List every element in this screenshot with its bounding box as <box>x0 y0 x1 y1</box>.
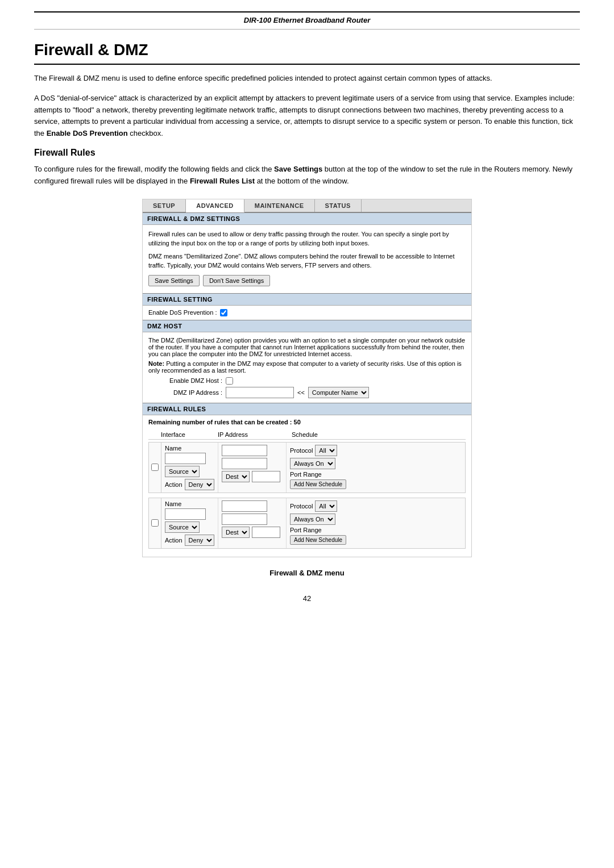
table-row: Name Source Action Deny <box>148 498 466 549</box>
ui-screenshot: Setup Advanced Maintenance Status Firewa… <box>142 199 472 557</box>
rule2-port-range-row: Port Range <box>290 527 462 533</box>
rule2-port-range-label: Port Range <box>290 527 322 533</box>
col-header-interface: Interface <box>161 431 218 438</box>
rule1-dest-select[interactable]: Dest <box>222 471 250 482</box>
rule2-dest-row: Dest <box>222 527 283 540</box>
rules-table-header: Interface IP Address Schedule <box>148 430 466 440</box>
tab-setup[interactable]: Setup <box>143 199 186 212</box>
section4-header: Firewall Rules <box>143 403 471 415</box>
section2-header: Firewall Setting <box>143 293 471 306</box>
page-title: Firewall & DMZ <box>34 41 580 65</box>
rule2-protocol-row: Protocol All <box>290 500 462 512</box>
rule2-schedule-col: Protocol All Always On Port Range <box>287 498 465 548</box>
rule1-port-range-label: Port Range <box>290 471 322 478</box>
rule1-name-label: Name <box>165 445 214 452</box>
rule1-protocol-select[interactable]: All <box>315 445 337 456</box>
rules-count-label: Remaining number of rules that can be cr… <box>148 419 292 425</box>
rule1-dest-ip-input2[interactable] <box>252 471 280 482</box>
tab-advanced[interactable]: Advanced <box>186 199 244 212</box>
rule2-action-row: Action Deny <box>165 535 214 546</box>
section1-body: Firewall rules can be used to allow or d… <box>143 225 471 293</box>
rule1-dest-row: Dest <box>222 471 283 484</box>
dmz-ip-label: DMZ IP Address : <box>160 389 222 396</box>
rule2-dest-ip-input2[interactable] <box>252 527 280 538</box>
dmz-section-body: The DMZ (Demilitarized Zone) option prov… <box>143 332 471 403</box>
dont-save-settings-button[interactable]: Don't Save Settings <box>203 275 270 286</box>
rule2-protocol-label: Protocol <box>290 503 313 510</box>
rule2-source-row: Source <box>165 521 214 533</box>
dmz-computer-name-select[interactable]: Computer Name <box>308 387 369 398</box>
table-row: Name Source Action Deny <box>148 442 466 493</box>
rule1-name-input[interactable] <box>165 453 206 464</box>
rule2-action-label: Action <box>165 537 182 544</box>
dmz-ip-row: DMZ IP Address : << Computer Name <box>160 387 466 398</box>
rule2-add-schedule-button[interactable]: Add New Schedule <box>290 535 346 545</box>
section1-header: Firewall & DMZ Settings <box>143 212 471 225</box>
rule2-dest-ip-input[interactable] <box>222 514 267 525</box>
enable-dmz-row: Enable DMZ Host : <box>160 377 466 385</box>
col-header-schedule: Schedule <box>286 431 466 438</box>
rule1-action-select[interactable]: Deny <box>185 479 214 490</box>
rule1-source-ip-input[interactable] <box>222 445 267 456</box>
rule1-dest-ip-input[interactable] <box>222 458 267 469</box>
enable-dmz-checkbox[interactable] <box>226 377 233 385</box>
rule1-name-col: Name Source Action Deny <box>161 443 218 493</box>
section1-text1: Firewall rules can be used to allow or d… <box>148 229 466 248</box>
save-settings-button[interactable]: Save Settings <box>148 275 200 286</box>
rule2-ip-col: Dest <box>218 498 287 548</box>
dmz-text1: The DMZ (Demilitarized Zone) option prov… <box>148 337 466 357</box>
rule1-source-select[interactable]: Source <box>165 466 200 477</box>
page-header: DIR-100 Ethernet Broadband Router <box>34 16 580 24</box>
rule2-checkbox[interactable] <box>151 519 159 527</box>
dos-prevention-row: Enable DoS Prevention : <box>143 306 471 320</box>
rule2-checkbox-col <box>149 498 161 548</box>
tab-status[interactable]: Status <box>315 199 362 212</box>
intro-paragraph-2: A DoS "denial-of-service" attack is char… <box>34 93 580 140</box>
rule1-schedule-col: Protocol All Always On Port Range <box>287 443 465 493</box>
enable-dmz-label: Enable DMZ Host : <box>160 377 222 384</box>
col-header-check <box>148 431 161 438</box>
figure-caption: Firewall & DMZ menu <box>34 569 580 577</box>
rule1-source-row: Source <box>165 466 214 477</box>
rule2-content: Name Source Action Deny <box>161 498 465 548</box>
rule1-port-range-row: Port Range <box>290 471 462 478</box>
rule1-checkbox-col <box>149 443 161 493</box>
rule1-ip-col: Dest <box>218 443 287 493</box>
rule2-source-select[interactable]: Source <box>165 521 200 533</box>
dos-prevention-checkbox[interactable] <box>220 309 227 316</box>
section3-header: DMZ Host <box>143 320 471 332</box>
rule1-protocol-label: Protocol <box>290 447 313 454</box>
rule1-protocol-row: Protocol All <box>290 445 462 456</box>
nav-tabs: Setup Advanced Maintenance Status <box>143 199 471 212</box>
rules-count: Remaining number of rules that can be cr… <box>148 419 466 425</box>
rule1-add-schedule-button[interactable]: Add New Schedule <box>290 479 346 489</box>
rule1-action-label: Action <box>165 481 182 488</box>
rule2-name-input[interactable] <box>165 508 206 520</box>
firewall-rules-heading: Firewall Rules <box>34 148 580 158</box>
page-number: 42 <box>34 594 580 603</box>
rule2-source-ip-input[interactable] <box>222 500 267 512</box>
firewall-rules-intro: To configure rules for the firewall, mod… <box>34 164 580 187</box>
rule1-checkbox[interactable] <box>151 464 159 471</box>
dos-label: Enable DoS Prevention : <box>148 309 217 316</box>
section1-text2: DMZ means "Demilitarized Zone". DMZ allo… <box>148 252 466 270</box>
rules-count-number: 50 <box>294 419 301 425</box>
rule1-content: Name Source Action Deny <box>161 443 465 493</box>
rule2-name-label: Name <box>165 500 214 507</box>
rule1-action-row: Action Deny <box>165 479 214 490</box>
rules-section: Remaining number of rules that can be cr… <box>143 415 471 557</box>
tab-maintenance[interactable]: Maintenance <box>244 199 315 212</box>
col-header-ip: IP Address <box>218 431 286 438</box>
rule2-action-select[interactable]: Deny <box>185 535 214 546</box>
dmz-ip-input[interactable] <box>226 387 294 398</box>
dmz-arrows: << <box>297 389 305 396</box>
rule2-always-on-select[interactable]: Always On <box>290 514 335 525</box>
rule2-schedule-dropdown-row: Always On <box>290 514 462 525</box>
rule2-protocol-select[interactable]: All <box>315 500 337 512</box>
dmz-note: Note: Putting a computer in the DMZ may … <box>148 360 466 374</box>
intro-paragraph-1: The Firewall & DMZ menu is used to defin… <box>34 73 580 85</box>
rule1-always-on-select[interactable]: Always On <box>290 458 335 469</box>
rule2-dest-select[interactable]: Dest <box>222 527 250 538</box>
rule2-name-col: Name Source Action Deny <box>161 498 218 548</box>
rule1-schedule-dropdown-row: Always On <box>290 458 462 469</box>
